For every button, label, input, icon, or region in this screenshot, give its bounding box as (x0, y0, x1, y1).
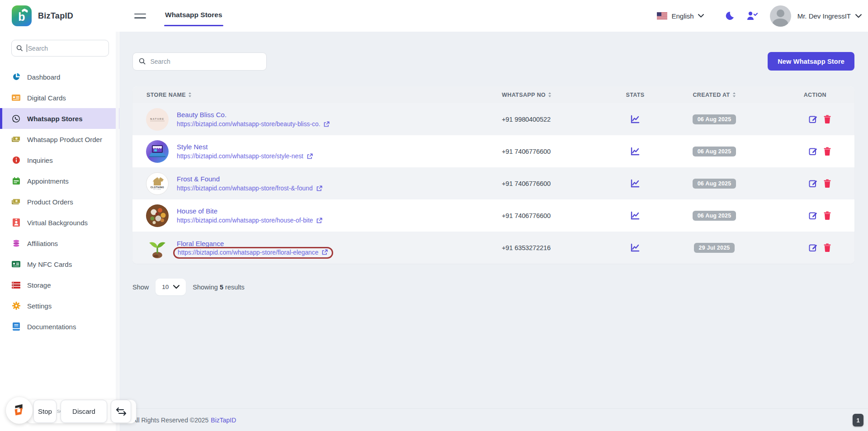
sidebar-search-input[interactable] (28, 45, 104, 52)
edit-pencil-icon (809, 211, 817, 220)
new-whatsapp-store-button[interactable]: New Whatsapp Store (768, 52, 854, 71)
external-link-icon[interactable] (316, 185, 322, 192)
table-row: House of Bite https://biztapid.com/whats… (132, 199, 854, 232)
column-header-created-at[interactable]: CREATED AT (669, 92, 760, 98)
sidebar-item-documentations[interactable]: Documentations (0, 316, 119, 337)
column-header-store-name[interactable]: STORE NAME (132, 92, 502, 98)
table-row: CLOTHING STORE Frost & Found https://biz… (132, 167, 854, 199)
sidebar-item-affiliations[interactable]: Affiliations (0, 233, 119, 254)
page-size-value: 10 (162, 284, 169, 290)
stats-chart-button[interactable] (630, 211, 640, 220)
dark-mode-toggle[interactable] (725, 11, 735, 21)
footer-brand-link[interactable]: BizTapID (211, 417, 236, 424)
store-avatar (146, 237, 169, 259)
sidebar-item-settings[interactable]: Settings (0, 295, 119, 316)
chevron-down-icon (698, 14, 704, 18)
stop-button[interactable]: Stop (33, 400, 57, 423)
swap-button[interactable] (111, 400, 131, 423)
discard-button[interactable]: Discard (61, 400, 107, 423)
sidebar-item-product-orders[interactable]: Product Orders (0, 191, 119, 212)
store-name-link[interactable]: Beauty Bliss Co. (177, 111, 330, 118)
store-url-link[interactable]: https://biztapid.com/whatsapp-store/fros… (177, 185, 313, 192)
show-label: Show (132, 284, 149, 291)
pagination: Show 10 Showing 5 results (132, 279, 868, 295)
delete-button[interactable] (824, 179, 831, 188)
store-name-link[interactable]: House of Bite (177, 207, 322, 215)
table-header-row: STORE NAME WHATSAPP NO STATS CREATED AT (132, 86, 854, 103)
coins-icon (12, 239, 20, 248)
table-search-input[interactable] (150, 58, 260, 65)
store-name-link[interactable]: Frost & Found (177, 175, 322, 183)
person-badge-icon (12, 218, 20, 227)
edit-button[interactable] (809, 115, 817, 123)
store-url-link[interactable]: https://biztapid.com/whatsapp-store/styl… (177, 153, 303, 160)
annotation-highlight-oval: https://biztapid.com/whatsapp-store/flor… (173, 247, 333, 259)
store-name-link[interactable]: Floral Elegance (177, 240, 333, 247)
sidebar-item-appointments[interactable]: Appointments (0, 171, 119, 191)
store-url-link[interactable]: https://biztapid.com/whatsapp-store/beau… (177, 121, 320, 128)
whatsapp-icon (12, 114, 20, 123)
user-avatar[interactable] (770, 5, 791, 27)
sidebar-item-storage[interactable]: Storage (0, 275, 119, 295)
external-link-icon[interactable] (316, 218, 322, 224)
sidebar-item-label: Product Orders (27, 198, 73, 206)
delete-button[interactable] (824, 243, 831, 252)
table-search-box[interactable] (132, 52, 267, 71)
delete-button[interactable] (824, 115, 831, 123)
edit-button[interactable] (809, 179, 817, 188)
sidebar-item-label: Inquiries (27, 156, 53, 164)
app: b BizTapID Whatsapp Stores English (0, 0, 868, 431)
edit-pencil-icon (809, 179, 817, 188)
sidebar-item-dashboard[interactable]: Dashboard (0, 66, 119, 87)
trash-icon (824, 211, 831, 220)
edit-button[interactable] (809, 243, 817, 252)
created-date-badge: 06 Aug 2025 (693, 147, 736, 156)
external-link-icon[interactable] (323, 121, 330, 128)
recorder-logo-button[interactable] (6, 397, 33, 424)
external-link-icon[interactable] (321, 249, 328, 256)
sidebar-item-inquiries[interactable]: Inquiries (0, 150, 119, 171)
column-header-stats: STATS (601, 92, 669, 98)
top-bar: b BizTapID Whatsapp Stores English (0, 0, 868, 32)
sidebar-item-whatsapp-stores[interactable]: Whatsapp Stores (0, 108, 119, 129)
store-url-link[interactable]: https://biztapid.com/whatsapp-store/hous… (177, 217, 313, 224)
created-date-badge: 06 Aug 2025 (693, 114, 736, 124)
user-verified-button[interactable] (746, 11, 758, 21)
sidebar-item-digital-cards[interactable]: Digital Cards (0, 87, 119, 108)
delete-button[interactable] (824, 211, 831, 220)
page-number-badge[interactable]: 1 (853, 414, 863, 426)
stats-chart-button[interactable] (630, 179, 640, 188)
sidebar-search-box[interactable] (11, 40, 109, 57)
edit-button[interactable] (809, 147, 817, 156)
column-header-whatsapp-no[interactable]: WHATSAPP NO (502, 92, 601, 98)
sidebar: Dashboard Digital Cards Whatsapp Stores … (0, 32, 120, 431)
moon-icon (725, 11, 735, 21)
delete-button[interactable] (824, 147, 831, 156)
sidebar-item-my-nfc-cards[interactable]: My NFC Cards (0, 254, 119, 275)
stores-table: STORE NAME WHATSAPP NO STATS CREATED AT (132, 86, 854, 264)
store-url-link[interactable]: https://biztapid.com/whatsapp-store/flor… (178, 249, 318, 256)
stats-chart-button[interactable] (630, 115, 640, 124)
external-link-icon[interactable] (307, 153, 313, 160)
table-row: Floral Elegance https://biztapid.com/wha… (132, 232, 854, 264)
swap-arrows-icon (116, 407, 126, 416)
sidebar-item-label: Whatsapp Stores (27, 115, 83, 123)
sidebar-item-whatsapp-product-order[interactable]: Whatsapp Product Order (0, 129, 119, 150)
hamburger-menu-icon[interactable] (134, 11, 146, 21)
user-name[interactable]: Mr. Dev IngressIT (797, 12, 851, 20)
stats-chart-button[interactable] (630, 243, 640, 252)
store-name-link[interactable]: Style Nest (177, 143, 313, 151)
edit-pencil-icon (809, 115, 817, 123)
tab-whatsapp-stores[interactable]: Whatsapp Stores (165, 11, 222, 21)
pie-chart-icon (12, 73, 20, 81)
brand-name: BizTapID (38, 11, 73, 21)
stats-chart-button[interactable] (630, 147, 640, 156)
user-menu-chevron-icon[interactable] (855, 14, 862, 18)
page-size-select[interactable]: 10 (156, 279, 186, 295)
sort-icon (548, 92, 552, 97)
sidebar-item-virtual-backgrounds[interactable]: Virtual Backgrounds (0, 212, 119, 233)
calendar-icon (12, 177, 20, 185)
language-selector[interactable]: English (657, 12, 703, 20)
whatsapp-number: +91 9980400522 (502, 116, 601, 123)
edit-button[interactable] (809, 211, 817, 220)
